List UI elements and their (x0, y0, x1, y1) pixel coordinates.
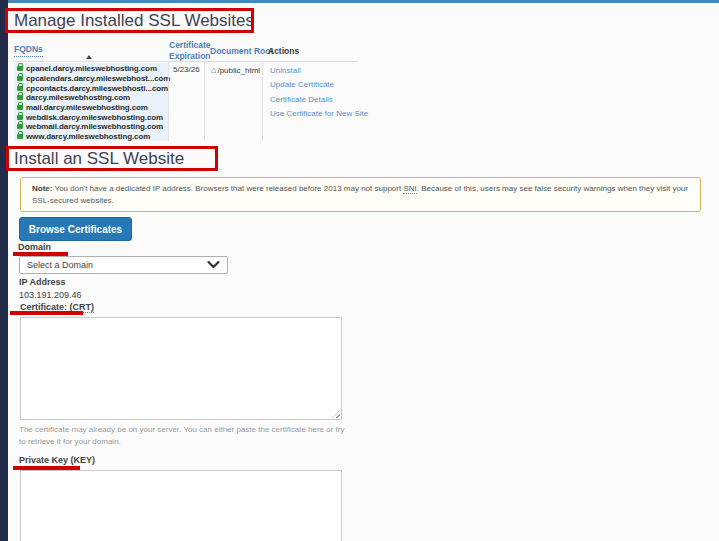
ssl-manage-install-page: Manage Installed SSL Websites FQDNs Cert… (0, 0, 719, 541)
fqdn-label: www.darcy.mileswebhosting.com (26, 132, 150, 141)
fqdn-item: cpanel.darcy.mileswebhosting.com (14, 64, 168, 74)
lock-icon (17, 76, 23, 81)
fqdn-item: www.darcy.mileswebhosting.com (14, 132, 168, 142)
table-header-divider (14, 61, 358, 62)
ip-address-label: IP Address (19, 277, 66, 287)
home-icon: ⌂ (211, 65, 216, 75)
fqdn-label: mail.darcy.mileswebhosting.com (26, 103, 148, 112)
lock-icon (17, 105, 23, 110)
fqdn-item: cpcalendars.darcy.mileswebhost...com (14, 74, 168, 84)
certificate-help-text: The certificate may already be on your s… (19, 424, 353, 447)
fqdn-label: webmail.darcy.mileswebhosting.com (26, 122, 163, 131)
action-link[interactable]: Uninstall (270, 64, 365, 78)
column-header-document-root: Document Root (210, 46, 273, 57)
certificate-expiration-value: 5/23/26 (173, 65, 200, 74)
document-root-value: ⌂/public_html (211, 65, 260, 75)
fqdn-list-cell: cpanel.darcy.mileswebhosting.com cpcalen… (14, 63, 168, 141)
column-divider (168, 62, 169, 141)
lock-icon (17, 86, 23, 91)
fqdn-item: darcy.mileswebhosting.com (14, 93, 168, 103)
browse-certificates-button[interactable]: Browse Certificates (19, 217, 132, 241)
annotation-underline-certificate (10, 311, 83, 315)
fqdn-item: mail.darcy.mileswebhosting.com (14, 103, 168, 113)
fqdn-label: cpcontacts.darcy.mileswebhosti...com (26, 84, 168, 93)
action-link[interactable]: Update Certificate (270, 78, 365, 92)
actions-cell: UninstallUpdate CertificateCertificate D… (270, 64, 365, 122)
private-key-textarea[interactable] (20, 470, 342, 541)
lock-icon (17, 66, 23, 71)
lock-icon (17, 115, 23, 120)
top-border-line (8, 0, 719, 3)
lock-icon (17, 134, 23, 139)
chevron-down-icon (207, 261, 220, 269)
action-link[interactable]: Use Certificate for New Site (270, 107, 365, 121)
domain-select[interactable]: Select a Domain (19, 256, 228, 274)
private-key-label: Private Key (KEY) (19, 455, 95, 465)
fqdn-label: cpanel.darcy.mileswebhosting.com (26, 64, 157, 73)
note-label: Note: (32, 184, 52, 193)
column-header-actions: Actions (268, 46, 299, 57)
manage-section-title: Manage Installed SSL Websites (14, 11, 254, 31)
column-header-fqdns[interactable]: FQDNs (14, 44, 43, 57)
sni-note-callout: Note: You don't have a dedicated IP addr… (20, 177, 701, 212)
column-divider (204, 62, 205, 141)
sort-asc-icon[interactable] (86, 55, 92, 59)
annotation-underline-private-key (13, 466, 80, 470)
fqdn-item: webmail.darcy.mileswebhosting.com (14, 122, 168, 132)
sidebar-edge (0, 0, 8, 541)
ip-address-value: 103.191.209.46 (19, 290, 82, 300)
certificate-textarea[interactable] (20, 317, 342, 420)
note-text-before: You don't have a dedicated IP address. B… (52, 184, 403, 193)
document-root-path: /public_html (217, 66, 260, 75)
fqdn-label: darcy.mileswebhosting.com (26, 93, 130, 102)
fqdn-item: webdisk.darcy.mileswebhosting.com (14, 112, 168, 122)
fqdn-item: cpcontacts.darcy.mileswebhosti...com (14, 83, 168, 93)
fqdn-label: cpcalendars.darcy.mileswebhost...com (26, 74, 170, 83)
lock-icon (17, 124, 23, 129)
annotation-underline-domain (13, 252, 68, 256)
lock-icon (17, 95, 23, 100)
domain-select-value: Select a Domain (27, 260, 207, 270)
sni-term: SNI (403, 184, 416, 194)
fqdn-label: webdisk.darcy.mileswebhosting.com (26, 113, 163, 122)
column-header-certificate-expiration: Certificate Expiration (169, 40, 215, 61)
action-link[interactable]: Certificate Details (270, 93, 365, 107)
column-divider (262, 62, 263, 141)
install-section-title: Install an SSL Website (14, 149, 184, 169)
